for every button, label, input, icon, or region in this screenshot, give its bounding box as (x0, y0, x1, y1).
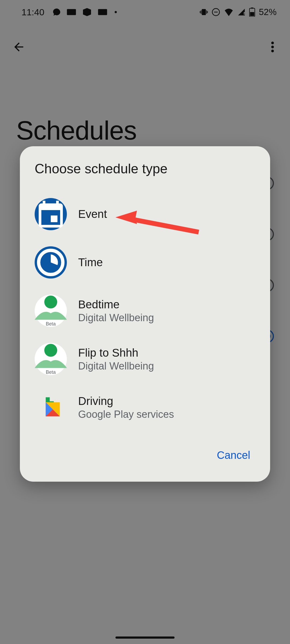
beta-badge: Beta (46, 321, 56, 327)
dialog-actions: Cancel (20, 431, 270, 471)
option-subtitle: Digital Wellbeing (78, 312, 154, 324)
option-title: Event (78, 208, 107, 221)
option-title: Bedtime (78, 298, 154, 311)
time-icon (35, 246, 67, 279)
event-icon (35, 198, 67, 230)
play-services-icon (35, 391, 67, 423)
wellbeing-icon: Beta (35, 295, 67, 327)
option-bedtime[interactable]: Beta Bedtime Digital Wellbeing (20, 287, 270, 335)
schedule-type-dialog: Choose schedule type Event Time Beta (20, 146, 270, 482)
svg-point-13 (44, 296, 57, 309)
option-title: Driving (78, 395, 174, 408)
option-flip-shhh[interactable]: Beta Flip to Shhh Digital Wellbeing (20, 335, 270, 383)
option-driving[interactable]: Driving Google Play services (20, 383, 270, 431)
wellbeing-icon: Beta (35, 343, 67, 375)
option-title: Time (78, 256, 103, 269)
cancel-button[interactable]: Cancel (210, 445, 257, 466)
option-event[interactable]: Event (20, 190, 270, 238)
option-title: Flip to Shhh (78, 346, 154, 359)
option-time[interactable]: Time (20, 238, 270, 287)
beta-badge: Beta (46, 369, 56, 375)
svg-point-14 (44, 344, 57, 357)
option-subtitle: Digital Wellbeing (78, 360, 154, 372)
option-subtitle: Google Play services (78, 409, 174, 420)
dialog-title: Choose schedule type (20, 161, 270, 190)
